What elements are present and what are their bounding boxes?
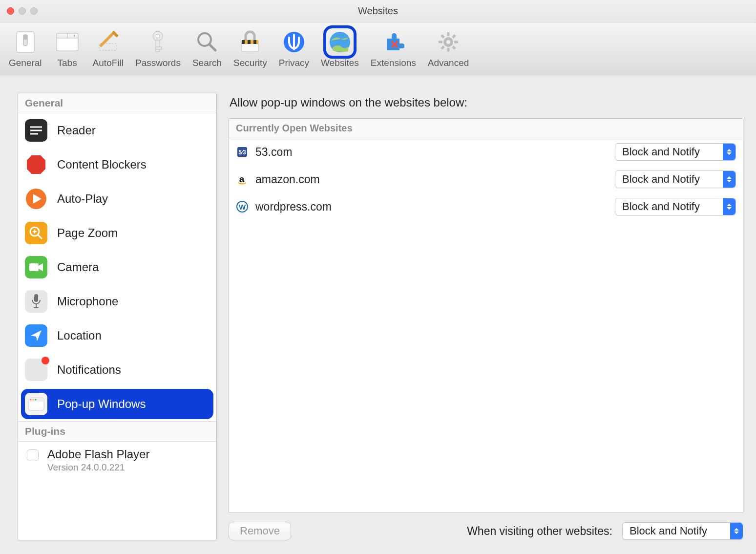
svg-rect-41 [29, 263, 39, 271]
svg-line-29 [441, 46, 444, 49]
sidebar-item-popup-windows[interactable]: Pop-up Windows [18, 387, 216, 421]
minimize-window-button[interactable] [19, 7, 26, 15]
camera-icon [25, 256, 47, 278]
autofill-icon [94, 28, 122, 56]
sidebar-item-label: Page Zoom [57, 226, 118, 240]
tab-passwords[interactable]: Passwords [129, 24, 187, 75]
other-websites-label: When visiting other websites: [467, 525, 612, 538]
sidebar-item-location[interactable]: Location [18, 319, 216, 353]
passwords-icon [144, 28, 171, 56]
tab-extensions[interactable]: Extensions [365, 24, 422, 75]
websites-icon [326, 28, 354, 56]
svg-text:+: + [73, 34, 76, 38]
svg-rect-17 [248, 40, 251, 44]
bottom-bar: Remove When visiting other websites: Blo… [229, 522, 743, 540]
sidebar-item-page-zoom[interactable]: Page Zoom [18, 216, 216, 250]
svg-point-50 [33, 399, 34, 401]
security-icon [236, 28, 264, 56]
remove-button[interactable]: Remove [229, 522, 291, 540]
sidebar-item-microphone[interactable]: Microphone [18, 284, 216, 319]
tab-label: Security [233, 58, 267, 68]
tab-security[interactable]: Security [228, 24, 273, 75]
privacy-icon [280, 28, 308, 56]
plugin-item-flash[interactable]: Adobe Flash Player Version 24.0.0.221 [18, 442, 216, 481]
select-arrows-icon [723, 144, 735, 160]
select-arrows-icon [723, 198, 735, 215]
tab-advanced[interactable]: Advanced [422, 24, 475, 75]
microphone-icon [25, 290, 47, 313]
svg-rect-10 [156, 40, 160, 52]
website-row[interactable]: 5⁄3 53.com Block and Notify [229, 138, 743, 166]
general-icon [12, 28, 39, 56]
plugin-name: Adobe Flash Player [47, 447, 149, 461]
preferences-toolbar: General + Tabs AutoFill Passwords Search… [0, 22, 756, 75]
sidebar-item-reader[interactable]: Reader [18, 113, 216, 148]
auto-play-icon [25, 188, 47, 210]
site-permission-select[interactable]: Block and Notify [615, 170, 736, 188]
tab-autofill[interactable]: AutoFill [87, 24, 129, 75]
svg-rect-11 [156, 47, 162, 49]
page-zoom-icon [25, 222, 47, 244]
svg-point-51 [35, 399, 37, 401]
close-window-button[interactable] [7, 7, 14, 15]
popup-windows-icon [25, 393, 47, 415]
sidebar-item-label: Location [57, 329, 102, 342]
advanced-icon [435, 28, 462, 56]
sidebar-item-auto-play[interactable]: Auto-Play [18, 182, 216, 216]
sidebar-section-general: General [18, 93, 216, 113]
extensions-icon [379, 28, 407, 56]
site-favicon: 5⁄3 [236, 146, 249, 158]
sidebar-item-label: Microphone [57, 295, 118, 308]
svg-point-49 [30, 399, 32, 401]
site-favicon: W [236, 200, 249, 213]
tab-label: Tabs [58, 58, 77, 68]
svg-line-28 [453, 35, 455, 38]
plugin-version: Version 24.0.0.221 [47, 462, 149, 473]
svg-text:W: W [239, 203, 246, 211]
select-value: Block and Notify [622, 146, 723, 158]
other-websites-select[interactable]: Block and Notify [622, 522, 743, 540]
reader-icon [25, 119, 47, 142]
sidebar-item-label: Content Blockers [57, 158, 147, 171]
tab-search[interactable]: Search [187, 24, 228, 75]
site-permission-select[interactable]: Block and Notify [615, 143, 736, 161]
website-row[interactable]: a amazon.com Block and Notify [229, 166, 743, 193]
tab-tabs[interactable]: + Tabs [48, 24, 87, 75]
window-title: Websites [358, 5, 398, 17]
site-name: amazon.com [255, 173, 608, 186]
svg-rect-16 [242, 40, 245, 44]
content-blockers-icon [25, 153, 47, 176]
titlebar: Websites [0, 0, 756, 22]
list-section-header: Currently Open Websites [229, 119, 743, 138]
tab-label: Search [192, 58, 222, 68]
svg-line-27 [453, 46, 455, 49]
tab-general[interactable]: General [3, 24, 48, 75]
sidebar-item-notifications[interactable]: Notifications [18, 353, 216, 387]
plugin-enable-checkbox[interactable] [27, 449, 39, 461]
svg-point-30 [446, 40, 450, 44]
select-arrows-icon [730, 523, 743, 539]
websites-list: Currently Open Websites 5⁄3 53.com Block… [229, 118, 743, 513]
sidebar-item-content-blockers[interactable]: Content Blockers [18, 148, 216, 182]
site-permission-select[interactable]: Block and Notify [615, 198, 736, 215]
site-name: wordpress.com [255, 200, 608, 213]
svg-rect-18 [253, 40, 256, 44]
svg-line-26 [441, 35, 444, 38]
button-label: Remove [240, 525, 280, 537]
svg-marker-42 [39, 263, 43, 271]
location-icon [25, 324, 47, 347]
window-controls [7, 7, 38, 15]
sidebar-item-camera[interactable]: Camera [18, 250, 216, 284]
svg-line-13 [210, 44, 215, 50]
zoom-window-button[interactable] [30, 7, 38, 15]
website-row[interactable]: W wordpress.com Block and Notify [229, 193, 743, 220]
tab-label: AutoFill [93, 58, 124, 68]
tab-label: General [9, 58, 42, 68]
site-favicon: a [236, 173, 249, 186]
tab-label: Extensions [371, 58, 416, 68]
tab-privacy[interactable]: Privacy [273, 24, 315, 75]
svg-marker-34 [27, 155, 45, 174]
main-heading: Allow pop-up windows on the websites bel… [230, 96, 743, 109]
sidebar-section-plugins: Plug-ins [18, 421, 216, 442]
tab-websites[interactable]: Websites [315, 24, 365, 75]
